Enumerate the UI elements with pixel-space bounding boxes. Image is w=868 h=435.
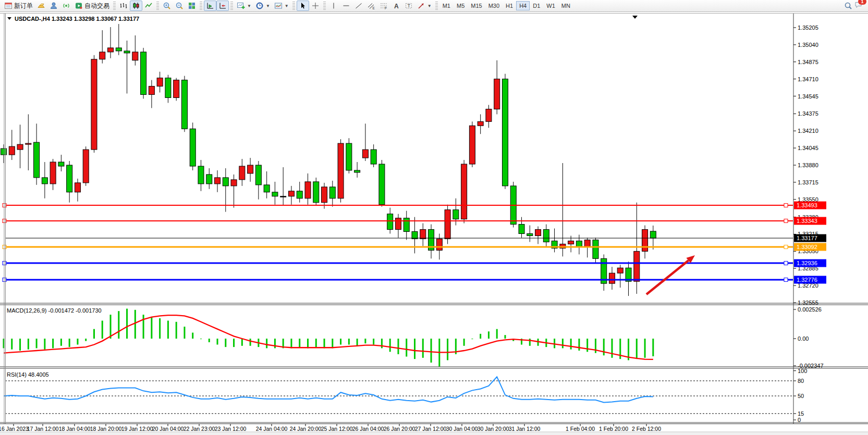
macd-bar [324, 339, 325, 348]
macd-bar [52, 339, 54, 348]
auto-scroll-button[interactable] [204, 1, 216, 11]
toolbar-grip[interactable] [435, 2, 438, 10]
level-handle[interactable] [784, 245, 788, 249]
svg-text:T: T [407, 3, 410, 8]
macd-bar [299, 339, 300, 347]
candle [264, 171, 270, 198]
chart-bars-button[interactable] [117, 1, 130, 11]
candle [486, 105, 492, 128]
timeframe-H1[interactable]: H1 [503, 1, 516, 10]
macd-bar [192, 333, 193, 339]
level-handle[interactable] [784, 204, 788, 207]
shift-marker-icon[interactable] [632, 16, 638, 19]
crosshair-button[interactable] [309, 1, 322, 11]
zoom-out-button[interactable] [173, 1, 186, 11]
macd-bar [364, 339, 366, 343]
macd-bar [529, 339, 531, 346]
chart-candles-button[interactable] [130, 1, 142, 11]
macd-bar [389, 339, 391, 352]
autotrade-button[interactable]: 自动交易 [72, 1, 112, 11]
chart-line-icon [144, 2, 153, 10]
account-icon [50, 2, 58, 10]
timeframe-M30[interactable]: M30 [485, 1, 503, 10]
time-tick-label: 1 Feb 04:00 [566, 426, 595, 432]
timeframe-bar: M1M5M15M30H1H4D1W1MN [439, 1, 573, 10]
level-lines[interactable] [3, 204, 793, 282]
chart-line-button[interactable] [142, 1, 155, 11]
timeframe-M15[interactable]: M15 [468, 1, 485, 10]
chat-button[interactable]: 1 [854, 1, 863, 11]
toolbar-grip[interactable] [113, 2, 116, 10]
timeframe-M1[interactable]: M1 [439, 1, 454, 10]
time-tick-label: 19 Jan 12:00 [121, 426, 153, 432]
toolbar-grip[interactable] [292, 2, 295, 10]
macd-bar [603, 339, 605, 355]
time-tick-label: 16 Jan 2023 [0, 426, 29, 432]
arrows-button[interactable]: ▼ [415, 1, 434, 11]
candle [609, 267, 615, 290]
text-label-button[interactable]: T [402, 1, 415, 11]
candle [412, 217, 418, 254]
search-button[interactable] [842, 1, 854, 11]
period-button[interactable]: ▼ [253, 1, 272, 11]
toolbar-grip[interactable] [323, 2, 326, 10]
account-button[interactable] [47, 1, 60, 11]
horizontal-line-icon [342, 2, 350, 10]
toolbar-grip[interactable] [230, 2, 233, 10]
trend-arrow[interactable] [646, 255, 695, 294]
trendline-button[interactable] [352, 1, 365, 11]
auto-scroll-icon [206, 2, 214, 10]
macd-bar [102, 321, 103, 339]
zoom-in-icon [163, 2, 171, 10]
candle [181, 76, 187, 132]
fibonacci-button[interactable]: F [377, 1, 390, 11]
toolbar-grip[interactable] [156, 2, 159, 10]
level-handle[interactable] [784, 219, 788, 222]
svg-text:A: A [394, 3, 399, 10]
candle [461, 160, 467, 223]
candle [371, 144, 376, 167]
market-watch-button[interactable] [35, 1, 47, 11]
template-button[interactable]: ▼ [272, 1, 291, 11]
time-tick-label: 27 Jan 12:00 [415, 426, 447, 432]
macd-bar [504, 335, 506, 339]
timeframe-D1[interactable]: D1 [530, 1, 543, 10]
crosshair-icon [311, 2, 320, 10]
new-order-button[interactable]: 新订单 [2, 1, 35, 11]
candle [576, 234, 582, 254]
text-button[interactable]: A [390, 1, 402, 11]
level-handle[interactable] [784, 262, 788, 265]
price-axis[interactable]: 1.352051.350401.348751.347101.345451.343… [793, 24, 826, 423]
candle [141, 48, 146, 99]
tile-windows-button[interactable] [186, 1, 198, 11]
vline-button[interactable] [327, 1, 340, 11]
zoom-in-button[interactable] [161, 1, 173, 11]
new-chart-button[interactable]: ▼ [235, 1, 253, 11]
macd-bar [69, 339, 70, 347]
macd-bar [110, 315, 112, 339]
tile-windows-icon [188, 2, 196, 10]
autotrade-label: 自动交易 [84, 2, 109, 10]
time-axis[interactable]: 16 Jan 202317 Jan 12:0018 Jan 04:0018 Ja… [0, 424, 661, 432]
level-price-text: 1.32776 [797, 277, 817, 283]
level-handle[interactable] [784, 278, 788, 281]
timeframe-H4[interactable]: H4 [516, 1, 530, 10]
price-tick-label: 1.34045 [798, 145, 818, 151]
chart-canvas[interactable]: 1.352051.350401.348751.347101.345451.343… [0, 12, 868, 435]
chart-shift-button[interactable] [216, 1, 229, 11]
level-price-text: 1.33092 [797, 244, 817, 250]
signal-button[interactable] [60, 1, 72, 11]
timeframe-M5[interactable]: M5 [454, 1, 468, 10]
macd-bar [307, 339, 309, 348]
hline-button[interactable] [340, 1, 352, 11]
candle [329, 181, 335, 207]
timeframe-W1[interactable]: W1 [543, 1, 558, 10]
chart-window[interactable]: 1.352051.350401.348751.347101.345451.343… [0, 12, 868, 435]
cursor-button[interactable] [297, 1, 309, 11]
timeframe-MN[interactable]: MN [558, 1, 573, 10]
chart-header: USDCAD-,H4 1.33243 1.33298 1.33067 1.331… [7, 16, 139, 22]
time-tick-label: 2 Feb 12:00 [632, 426, 661, 432]
toolbar-grip[interactable] [200, 2, 202, 10]
channel-button[interactable]: E [365, 1, 377, 11]
price-tick-label: 1.35040 [798, 42, 818, 48]
